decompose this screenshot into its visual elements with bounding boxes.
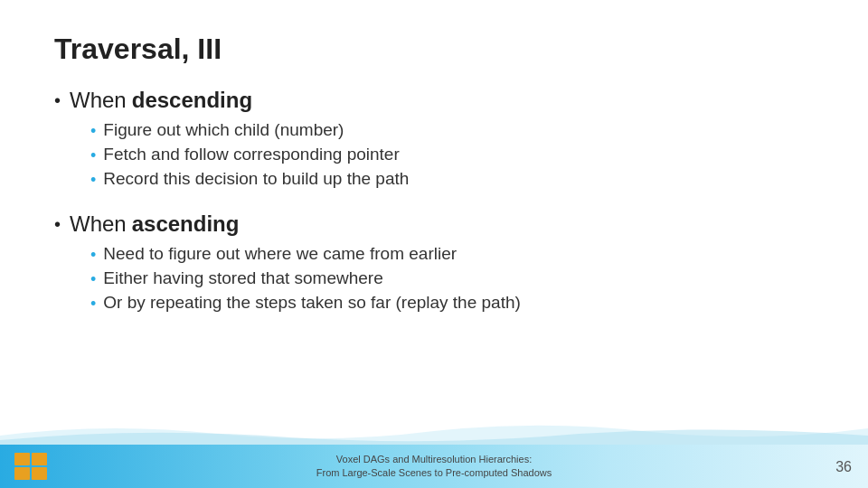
logo-squares [14, 453, 47, 480]
logo-sq-4 [32, 467, 47, 480]
list-item: • Figure out which child (number) [90, 120, 814, 141]
list-item: • Need to figure out where we came from … [90, 244, 814, 265]
ascending-list: • Need to figure out where we came from … [54, 244, 814, 314]
bullet-main-descending: • [54, 90, 61, 111]
sub-bullet-icon: • [90, 122, 96, 141]
section-prefix-ascending: When [70, 211, 127, 237]
slide: Traversal, III • When descending • Figur… [0, 0, 868, 488]
list-item-text: Fetch and follow corresponding pointer [103, 145, 399, 164]
list-item-text: Record this decision to build up the pat… [103, 169, 409, 189]
list-item: • Fetch and follow corresponding pointer [90, 145, 814, 165]
footer-line1: Voxel DAGs and Multiresolution Hierarchi… [316, 453, 552, 466]
section-bold-ascending: ascending [132, 211, 240, 237]
sub-bullet-icon: • [90, 295, 96, 314]
bullet-main-ascending: • [54, 214, 61, 235]
list-item: • Record this decision to build up the p… [90, 169, 814, 190]
list-item-text: Either having stored that somewhere [103, 268, 382, 288]
list-item: • Or by repeating the steps taken so far… [90, 293, 814, 314]
list-item-text: Figure out which child (number) [103, 120, 344, 140]
section-heading-descending: • When descending [54, 88, 814, 113]
list-item-text: Or by repeating the steps taken so far (… [103, 293, 521, 313]
logo-sq-3 [14, 467, 30, 480]
logo-sq-2 [32, 453, 47, 465]
bottom-bar: Voxel DAGs and Multiresolution Hierarchi… [0, 445, 868, 488]
list-item-text: Need to figure out where we came from ea… [103, 244, 457, 264]
list-item: • Either having stored that somewhere [90, 268, 814, 289]
descending-list: • Figure out which child (number) • Fetc… [54, 120, 814, 190]
slide-title: Traversal, III [54, 33, 814, 66]
sub-bullet-icon: • [90, 270, 96, 289]
page-number: 36 [835, 459, 852, 475]
wave-decoration [0, 418, 868, 445]
section-heading-ascending: • When ascending [54, 211, 814, 237]
section-ascending: • When ascending • Need to figure out wh… [54, 211, 814, 317]
sub-bullet-icon: • [90, 246, 96, 265]
section-descending: • When descending • Figure out which chi… [54, 88, 814, 193]
logo-sq-1 [14, 453, 30, 465]
section-prefix-descending: When [70, 88, 127, 113]
footer-text: Voxel DAGs and Multiresolution Hierarchi… [316, 453, 552, 481]
bottom-logo [11, 450, 51, 483]
footer-line2: From Large-Scale Scenes to Pre-computed … [316, 466, 552, 480]
section-bold-descending: descending [132, 88, 252, 113]
sub-bullet-icon: • [90, 146, 96, 165]
sub-bullet-icon: • [90, 171, 96, 190]
